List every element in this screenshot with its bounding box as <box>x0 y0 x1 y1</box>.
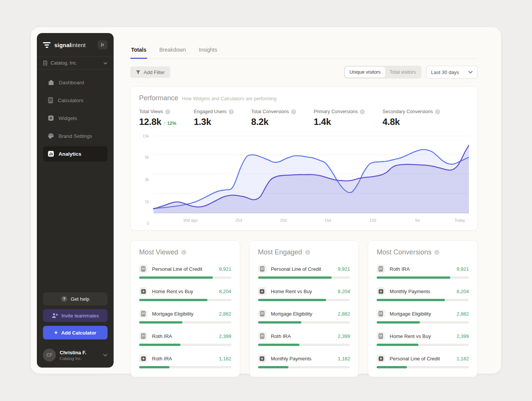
stat-label: Total Views <box>139 109 163 114</box>
toggle-total-visitors[interactable]: Total visitors <box>385 67 421 77</box>
list-item-value: 1,182 <box>219 356 231 362</box>
list-item-name: Mortgage Eligibility <box>152 311 214 317</box>
chart-x-axis: 30d ago25d20d15d10d5dToday <box>153 218 469 226</box>
progress-bar <box>377 299 469 301</box>
chart-y-axis: 15k5k3k1k0 <box>139 136 153 226</box>
ranking-rows: Roth IRA 9,921 Monthly Payments 8,204 Mo… <box>377 262 469 374</box>
chevron-down-icon <box>103 62 108 65</box>
info-icon[interactable]: i <box>435 109 440 114</box>
list-item-name: Personal Line of Credit <box>152 266 214 272</box>
chevron-down-icon <box>468 71 473 74</box>
tab-breakdown[interactable]: Breakdown <box>158 44 187 59</box>
stat-primary-conversions: Primary Conversionsi 1.4k <box>314 109 365 127</box>
info-icon[interactable]: i <box>181 250 186 255</box>
org-selector[interactable]: Catalog, Inc. <box>37 57 114 69</box>
list-item-value: 9,921 <box>338 266 350 272</box>
list-item[interactable]: Mortgage Eligibility 2,882 <box>139 306 231 329</box>
info-icon[interactable]: i <box>229 109 234 114</box>
sidebar-item-dashboard[interactable]: Dashboard <box>43 75 108 90</box>
sidebar-item-widgets[interactable]: Widgets <box>43 111 108 126</box>
calculator-icon <box>260 266 264 272</box>
info-icon[interactable]: i <box>291 109 296 114</box>
tab-bar: Totals Breakdown Insights <box>130 44 478 59</box>
widget-plus-icon <box>260 356 264 361</box>
stat-value: 4.8k <box>382 117 400 127</box>
widget-plus-icon <box>141 289 146 294</box>
avatar: CF <box>43 349 56 362</box>
progress-bar <box>258 276 350 279</box>
funnel-icon <box>136 70 141 75</box>
sidebar-collapse-button[interactable] <box>98 40 108 49</box>
info-icon[interactable]: i <box>165 109 170 114</box>
progress-bar <box>258 344 350 346</box>
sidebar-bottom: ? Get help Invite teammates + Add Calcul… <box>43 292 108 362</box>
list-item[interactable]: Roth IRA 2,399 <box>258 329 350 351</box>
y-tick-label: 1k <box>145 199 149 204</box>
info-icon[interactable]: i <box>434 250 439 255</box>
list-item-value: 2,399 <box>219 333 231 339</box>
performance-chart: 15k5k3k1k0 30d ago25d20d15d10d5dToday <box>139 136 469 226</box>
user-org: Catalog Inc. <box>60 356 86 361</box>
list-item-value: 8,204 <box>456 289 469 294</box>
calculator-icon <box>43 60 48 66</box>
y-tick-label: 3k <box>145 177 149 182</box>
list-item[interactable]: Personal Line of Credit 9,921 <box>139 262 231 284</box>
list-item-value: 9,921 <box>219 266 231 272</box>
get-help-label: Get help <box>71 296 89 302</box>
ranking-card-title: Most Viewed <box>139 248 178 256</box>
progress-bar <box>139 366 231 368</box>
performance-card: Performance How Widgets and Calculators … <box>130 86 478 230</box>
list-item[interactable]: Home Rent vs Buy 2,399 <box>377 329 469 351</box>
signal-bars-icon <box>43 42 51 48</box>
sidebar-item-calculators[interactable]: Calculators <box>43 93 108 108</box>
progress-bar <box>377 321 469 324</box>
add-calculator-label: Add Calculator <box>61 330 96 336</box>
stat-value: 1.4k <box>314 117 331 127</box>
widget-plus-icon <box>260 289 264 294</box>
ranking-card-title: Most Engaged <box>258 248 302 256</box>
get-help-button[interactable]: ? Get help <box>43 292 108 305</box>
list-item[interactable]: Roth IRA 1,182 <box>139 351 231 374</box>
sidebar-item-label: Widgets <box>59 115 77 121</box>
list-item[interactable]: Home Rent vs Buy 8,204 <box>258 284 350 306</box>
ranking-card: Most Conversions i Roth IRA 9,921 Monthl… <box>368 240 478 377</box>
add-filter-button[interactable]: Add Filter <box>130 66 170 78</box>
user-name: Christina F. <box>60 350 86 355</box>
info-icon[interactable]: i <box>360 109 365 114</box>
list-item-name: Home Rent vs Buy <box>390 333 452 339</box>
sidebar-item-analytics[interactable]: Analytics <box>43 146 108 161</box>
list-item[interactable]: Monthly Payments 8,204 <box>377 284 469 306</box>
invite-teammates-button[interactable]: Invite teammates <box>43 309 108 322</box>
user-menu[interactable]: CF Christina F. Catalog Inc. <box>43 349 108 362</box>
list-item-name: Roth IRA <box>390 266 452 272</box>
stat-value: 12.8k <box>139 117 162 127</box>
info-icon[interactable]: i <box>305 250 310 255</box>
widget-plus-icon <box>141 356 146 361</box>
date-range-select[interactable]: Last 30 days <box>426 66 478 79</box>
list-item-value: 2,399 <box>456 333 469 339</box>
list-item[interactable]: Personal Line of Credit 1,182 <box>377 351 469 374</box>
sidebar-item-brand-settings[interactable]: Brand Settings <box>43 128 108 144</box>
person-plus-icon <box>52 313 58 318</box>
list-item-name: Home Rent vs Buy <box>152 289 214 294</box>
calculator-icon <box>378 333 383 339</box>
list-item[interactable]: Monthly Payments 1,182 <box>258 351 350 374</box>
calculator-icon <box>48 97 53 103</box>
calculator-icon <box>141 266 146 272</box>
org-selector-label: Catalog, Inc. <box>51 60 77 66</box>
list-item[interactable]: Mortgage Eligibility 2,882 <box>258 306 350 329</box>
tab-totals[interactable]: Totals <box>130 44 147 59</box>
list-item[interactable]: Personal Line of Credit 9,921 <box>258 262 350 284</box>
list-item-name: Roth IRA <box>152 333 214 339</box>
list-item[interactable]: Home Rent vs Buy 8,204 <box>139 284 231 306</box>
invite-teammates-label: Invite teammates <box>62 313 99 319</box>
list-item[interactable]: Mortgage Eligibility 2,882 <box>377 306 469 329</box>
list-item[interactable]: Roth IRA 2,399 <box>139 329 231 351</box>
progress-bar <box>258 321 350 324</box>
progress-bar <box>139 321 231 324</box>
toggle-unique-visitors[interactable]: Unique visitors <box>345 67 385 77</box>
calculator-icon <box>378 311 383 316</box>
list-item[interactable]: Roth IRA 9,921 <box>377 262 469 284</box>
tab-insights[interactable]: Insights <box>198 44 218 59</box>
add-calculator-button[interactable]: + Add Calculator <box>43 326 108 339</box>
